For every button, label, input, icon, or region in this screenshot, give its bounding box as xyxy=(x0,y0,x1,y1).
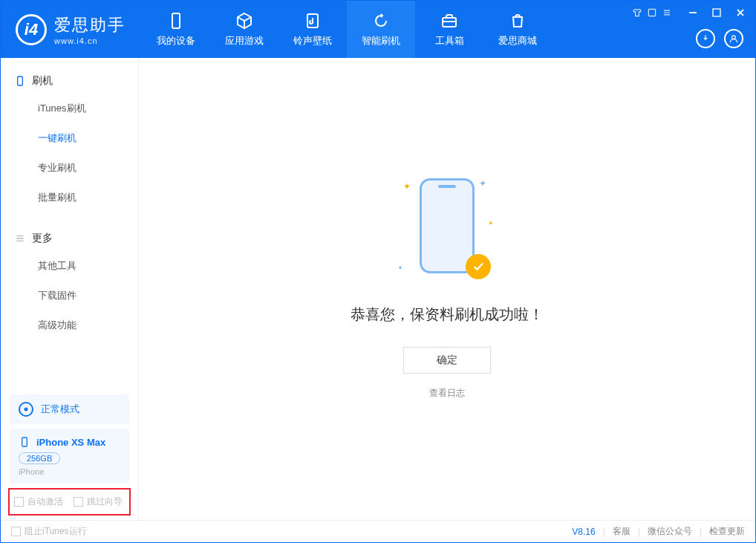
svg-rect-8 xyxy=(22,438,27,446)
sidebar-item-other-tools[interactable]: 其他工具 xyxy=(1,251,138,281)
logo-icon: i4 xyxy=(16,14,47,45)
user-button[interactable] xyxy=(724,29,743,48)
sidebar-group-more[interactable]: 更多 xyxy=(1,226,138,251)
sidebar-item-advanced[interactable]: 高级功能 xyxy=(1,310,138,340)
refresh-icon xyxy=(372,12,390,30)
footer-link-update[interactable]: 检查更新 xyxy=(709,525,745,538)
success-illustration: ✦✦•• xyxy=(406,178,488,290)
footer: 阻止iTunes运行 V8.16 | 客服 | 微信公众号 | 检查更新 xyxy=(1,520,755,542)
skin-icon[interactable] xyxy=(632,7,642,18)
bag-icon xyxy=(509,12,527,30)
main-nav: 我的设备 应用游戏 铃声壁纸 智能刷机 工具箱 爱思商城 xyxy=(142,1,552,58)
svg-rect-3 xyxy=(648,9,655,16)
checkbox-row-highlighted: 自动激活 跳过向导 xyxy=(8,488,131,516)
ok-button[interactable]: 确定 xyxy=(403,347,491,374)
nav-apps[interactable]: 应用游戏 xyxy=(210,1,278,58)
device-panel[interactable]: iPhone XS Max 256GB iPhone xyxy=(10,429,129,484)
feedback-icon[interactable] xyxy=(647,7,657,18)
svg-rect-6 xyxy=(18,77,23,85)
mode-indicator[interactable]: 正常模式 xyxy=(10,394,129,424)
app-name-cn: 爱思助手 xyxy=(54,14,126,36)
view-log-link[interactable]: 查看日志 xyxy=(429,387,465,400)
list-icon xyxy=(14,233,26,244)
device-name: iPhone XS Max xyxy=(36,437,105,448)
device-capacity: 256GB xyxy=(19,452,60,464)
sidebar-item-pro-flash[interactable]: 专业刷机 xyxy=(1,153,138,183)
svg-rect-0 xyxy=(172,13,180,28)
phone-icon xyxy=(19,436,30,448)
nav-toolbox[interactable]: 工具箱 xyxy=(415,1,483,58)
block-itunes-checkbox[interactable]: 阻止iTunes运行 xyxy=(11,525,87,538)
menu-icon[interactable] xyxy=(662,7,672,18)
sidebar-item-itunes-flash[interactable]: iTunes刷机 xyxy=(1,94,138,123)
check-icon xyxy=(466,254,491,279)
svg-point-5 xyxy=(732,36,736,39)
svg-rect-4 xyxy=(713,9,720,16)
footer-link-service[interactable]: 客服 xyxy=(613,525,630,538)
success-message: 恭喜您，保资料刷机成功啦！ xyxy=(351,305,544,325)
sidebar-item-download-firmware[interactable]: 下载固件 xyxy=(1,281,138,310)
phone-icon xyxy=(167,12,185,30)
version-label: V8.16 xyxy=(572,527,595,537)
device-type: iPhone xyxy=(19,467,120,476)
nav-ringtones[interactable]: 铃声壁纸 xyxy=(278,1,347,58)
mode-icon xyxy=(19,402,33,417)
music-icon xyxy=(304,12,322,30)
window-controls xyxy=(632,5,749,20)
sidebar-group-flash[interactable]: 刷机 xyxy=(1,68,138,94)
nav-store[interactable]: 爱思商城 xyxy=(483,1,552,58)
mode-label: 正常模式 xyxy=(41,403,79,416)
auto-activate-checkbox[interactable]: 自动激活 xyxy=(14,495,63,508)
close-button[interactable] xyxy=(731,5,749,20)
toolbox-icon xyxy=(440,12,458,30)
header: i4 爱思助手 www.i4.cn 我的设备 应用游戏 铃声壁纸 智能刷机 xyxy=(1,1,755,58)
logo: i4 爱思助手 www.i4.cn xyxy=(1,1,142,58)
sidebar-item-batch-flash[interactable]: 批量刷机 xyxy=(1,183,138,212)
nav-my-device[interactable]: 我的设备 xyxy=(142,1,210,58)
sidebar-item-oneclick-flash[interactable]: 一键刷机 xyxy=(1,123,138,153)
download-button[interactable] xyxy=(696,29,715,48)
maximize-button[interactable] xyxy=(708,5,726,20)
device-icon xyxy=(14,75,26,87)
main-content: ✦✦•• 恭喜您，保资料刷机成功啦！ 确定 查看日志 xyxy=(139,58,755,520)
nav-flash[interactable]: 智能刷机 xyxy=(347,1,415,58)
minimize-button[interactable] xyxy=(684,5,702,20)
skip-guide-checkbox[interactable]: 跳过向导 xyxy=(74,495,123,508)
sidebar: 刷机 iTunes刷机 一键刷机 专业刷机 批量刷机 更多 其他工具 下载固件 … xyxy=(1,58,139,520)
app-name-en: www.i4.cn xyxy=(54,36,126,45)
cube-icon xyxy=(235,12,253,30)
svg-point-7 xyxy=(25,408,28,412)
footer-link-wechat[interactable]: 微信公众号 xyxy=(648,525,692,538)
